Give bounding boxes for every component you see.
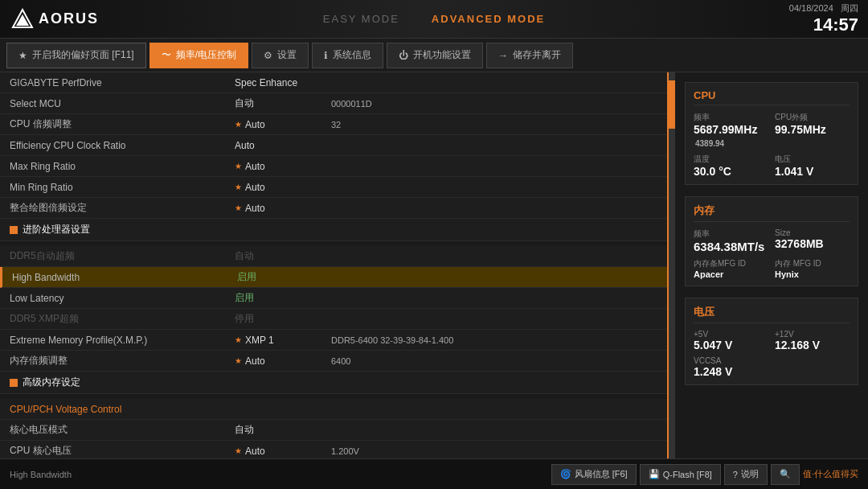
mem-size-label: Size — [775, 228, 850, 237]
setting-igpu-ratio[interactable]: 整合绘图倍频设定 ★ Auto — [0, 198, 667, 219]
nav-boot[interactable]: ⏻ 开机功能设置 — [387, 43, 483, 68]
star-icon-max-ring: ★ — [235, 162, 242, 171]
datetime-display: 04/18/2024 周四 14:57 — [789, 2, 858, 35]
mode-selector: EASY MODE ADVANCED MODE — [323, 13, 545, 25]
mem-freq-value: 6384.38MT/s — [694, 240, 768, 253]
setting-cpu-core-volt[interactable]: CPU 核心电压 ★ Auto 1.200V — [0, 441, 667, 458]
setting-name-mcu: Select MCU — [10, 98, 235, 109]
section-label-advanced-cpu: 进阶处理器设置 — [23, 223, 90, 236]
settings-list[interactable]: GIGABYTE PerfDrive Spec Enhance Select M… — [0, 72, 669, 458]
cpu-info-grid: 频率 5687.99MHz 4389.94 CPU外频 99.75MHz 温度 … — [694, 112, 850, 178]
setting-value-mem-mult: ★ Auto — [235, 355, 331, 367]
exit-icon: → — [498, 50, 508, 61]
vccsa-value: 1.248 V — [694, 365, 768, 378]
v5-label: +5V — [694, 330, 768, 339]
mem-size-block: Size 32768MB — [775, 228, 850, 253]
scrollbar-thumb[interactable] — [669, 80, 675, 129]
setting-mem-mult[interactable]: 内存倍频调整 ★ Auto 6400 — [0, 351, 667, 372]
setting-xmp-profile[interactable]: Extreme Memory Profile(X.M.P.) ★ XMP 1 D… — [0, 330, 667, 351]
scrollbar[interactable] — [669, 72, 675, 458]
bottom-bar: High Bandwidth 🌀 风扇信息 [F6] 💾 Q-Flash [F8… — [0, 458, 868, 489]
cpu-freq-label: 频率 — [694, 112, 768, 123]
main-content: GIGABYTE PerfDrive Spec Enhance Select M… — [0, 72, 868, 458]
setting-name-low-latency: Low Latency — [10, 293, 235, 304]
setting-value-ddr5-auto: 自动 — [235, 249, 331, 263]
setting-value-cpu-core-volt: ★ Auto — [235, 446, 331, 457]
setting-value-max-ring: ★ Auto — [235, 161, 331, 172]
setting-name-ddr5-xmp: DDR5 XMP超频 — [10, 312, 235, 326]
setting-value-efficiency: Auto — [235, 140, 331, 151]
star-icon-cpu-mult: ★ — [235, 120, 242, 129]
setting-perfdrive[interactable]: GIGABYTE PerfDrive Spec Enhance — [0, 72, 667, 93]
star-icon-xmp: ★ — [235, 335, 242, 344]
setting-efficiency-clock[interactable]: Efficiency CPU Clock Ratio Auto — [0, 135, 667, 156]
setting-core-volt-mode[interactable]: 核心电压模式 自动 — [0, 420, 667, 441]
cpu-info-section: CPU 频率 5687.99MHz 4389.94 CPU外频 99.75MHz… — [685, 82, 858, 185]
advanced-mode-label[interactable]: ADVANCED MODE — [432, 13, 545, 25]
nav-freq-voltage[interactable]: 〜 频率/电压控制 — [149, 43, 248, 68]
setting-value-high-bw: 启用 — [237, 270, 334, 284]
setting-value2-xmp: DDR5-6400 32-39-39-84-1.400 — [331, 335, 453, 345]
section-marker-mem-icon — [10, 379, 18, 387]
setting-name-ddr5-auto: DDR5自动超频 — [10, 249, 235, 263]
fan-icon: 🌀 — [560, 469, 571, 479]
setting-value2-cpu-core-volt: 1.200V — [331, 446, 359, 456]
mem-mfg2-block: 内存 MFG ID Hynix — [775, 258, 850, 279]
date-display: 04/18/2024 — [789, 3, 833, 13]
time-display: 14:57 — [789, 14, 858, 35]
nav-settings[interactable]: ⚙ 设置 — [252, 43, 309, 68]
nav-save-exit[interactable]: → 储存并离开 — [486, 43, 573, 68]
bottom-hint-text: High Bandwidth — [10, 470, 72, 479]
setting-name-igpu: 整合绘图倍频设定 — [10, 201, 235, 215]
setting-name-voltage-header: CPU/PCH Voltage Control — [10, 404, 235, 415]
setting-low-latency[interactable]: Low Latency 启用 — [0, 288, 667, 309]
search-button[interactable]: 🔍 — [771, 464, 800, 485]
mem-mfg2-value: Hynix — [775, 269, 850, 279]
setting-value-ddr5-xmp: 停用 — [235, 312, 331, 326]
setting-value-perfdrive: Spec Enhance — [235, 77, 331, 88]
easy-mode-label[interactable]: EASY MODE — [323, 13, 399, 25]
setting-ddr5-auto[interactable]: DDR5自动超频 自动 — [0, 246, 667, 267]
setting-max-ring[interactable]: Max Ring Ratio ★ Auto — [0, 156, 667, 177]
section-marker-icon — [10, 226, 18, 234]
fan-info-button[interactable]: 🌀 风扇信息 [F6] — [551, 464, 637, 485]
setting-value2-mem-mult: 6400 — [331, 356, 350, 366]
section-advanced-cpu: 进阶处理器设置 — [0, 219, 667, 241]
help-button[interactable]: ? 说明 — [724, 464, 768, 485]
cpu-volt-label: 电压 — [775, 154, 850, 165]
mem-freq-block: 频率 6384.38MT/s — [694, 228, 768, 253]
setting-cpu-mult[interactable]: CPU 倍频调整 ★ Auto 32 — [0, 114, 667, 135]
watermark-text: 值∙什么值得买 — [803, 468, 858, 480]
memory-info-section: 内存 频率 6384.38MT/s Size 32768MB 内存条MFG ID… — [685, 196, 858, 286]
setting-value-low-latency: 启用 — [235, 291, 331, 305]
nav-favorites[interactable]: ★ 开启我的偏好页面 [F11] — [6, 43, 146, 68]
wave-icon: 〜 — [162, 48, 171, 62]
setting-min-ring[interactable]: Min Ring Ratio ★ Auto — [0, 177, 667, 198]
setting-value-mcu: 自动 — [235, 97, 331, 110]
v5-value: 5.047 V — [694, 339, 768, 351]
mem-info-grid: 频率 6384.38MT/s Size 32768MB 内存条MFG ID Ap… — [694, 228, 850, 279]
mem-section-title: 内存 — [694, 203, 850, 222]
star-icon-igpu: ★ — [235, 203, 242, 212]
setting-value-cpu-mult: ★ Auto — [235, 119, 331, 130]
cpu-freq-block: 频率 5687.99MHz 4389.94 — [694, 112, 768, 149]
voltage-info-section: 电压 +5V 5.047 V +12V 12.168 V VCCSA 1.248… — [685, 298, 858, 385]
cpu-volt-value: 1.041 V — [775, 165, 850, 178]
navigation-bar: ★ 开启我的偏好页面 [F11] 〜 频率/电压控制 ⚙ 设置 ℹ 系统信息 ⏻… — [0, 39, 868, 72]
setting-name-cpu-core-volt: CPU 核心电压 — [10, 444, 235, 458]
setting-ddr5-xmp[interactable]: DDR5 XMP超频 停用 — [0, 309, 667, 330]
info-icon: ℹ — [324, 50, 328, 61]
setting-mcu[interactable]: Select MCU 自动 0000011D — [0, 93, 667, 114]
star-icon-mem-mult: ★ — [235, 356, 242, 365]
setting-name-cpu-mult: CPU 倍频调整 — [10, 117, 235, 131]
setting-value2-mcu: 0000011D — [331, 99, 372, 109]
cpu-ext-freq-block: CPU外频 99.75MHz — [775, 112, 850, 149]
svg-marker-1 — [16, 14, 29, 26]
mem-mfg2-label: 内存 MFG ID — [775, 258, 850, 269]
setting-value-xmp: ★ XMP 1 — [235, 335, 331, 346]
section-label-advanced-mem: 高级内存设定 — [23, 376, 80, 389]
setting-high-bandwidth[interactable]: High Bandwidth 启用 — [0, 267, 667, 288]
logo-area: AORUS — [10, 8, 99, 31]
nav-sysinfo[interactable]: ℹ 系统信息 — [312, 43, 383, 68]
qflash-button[interactable]: 💾 Q-Flash [F8] — [640, 464, 721, 485]
